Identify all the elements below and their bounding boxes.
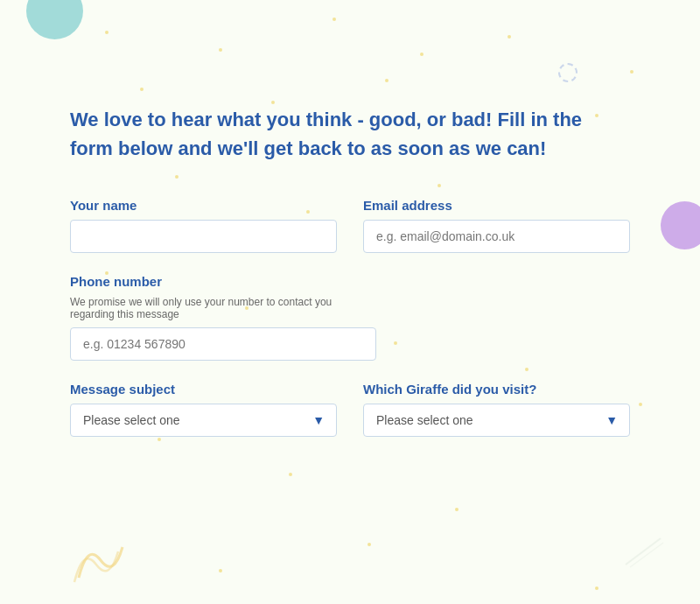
phone-input[interactable]	[70, 327, 376, 361]
phone-row: Phone number We promise we will only use…	[70, 274, 630, 361]
giraffe-select-wrapper: Please select one ▼	[363, 404, 630, 437]
speckle-dot	[368, 543, 371, 546]
intro-text: We love to hear what you think - good, o…	[70, 105, 612, 163]
decorative-squiggle-left	[70, 534, 131, 586]
giraffe-field-group: Which Giraffe did you visit? Please sele…	[363, 382, 630, 437]
name-label: Your name	[70, 198, 337, 213]
giraffe-select[interactable]: Please select one	[363, 404, 630, 437]
phone-label: Phone number	[70, 274, 376, 289]
email-field-group: Email address	[363, 198, 630, 253]
page-content: We love to hear what you think - good, o…	[0, 0, 700, 493]
email-label: Email address	[363, 198, 630, 213]
name-email-row: Your name Email address	[70, 198, 630, 253]
subject-giraffe-row: Message subject Please select one ▼ Whic…	[70, 382, 630, 437]
email-input[interactable]	[363, 220, 630, 253]
phone-note: We promise we will only use your number …	[70, 296, 376, 320]
name-field-group: Your name	[70, 198, 337, 253]
name-input[interactable]	[70, 220, 337, 253]
subject-field-group: Message subject Please select one ▼	[70, 382, 337, 437]
phone-field-group: Phone number We promise we will only use…	[70, 274, 376, 361]
subject-select[interactable]: Please select one	[70, 404, 337, 437]
subject-label: Message subject	[70, 382, 337, 397]
speckle-dot	[595, 586, 598, 590]
subject-select-wrapper: Please select one ▼	[70, 404, 337, 437]
speckle-dot	[455, 508, 458, 511]
giraffe-label: Which Giraffe did you visit?	[363, 382, 630, 397]
speckle-dot	[219, 569, 222, 572]
decorative-line-right	[621, 534, 665, 569]
